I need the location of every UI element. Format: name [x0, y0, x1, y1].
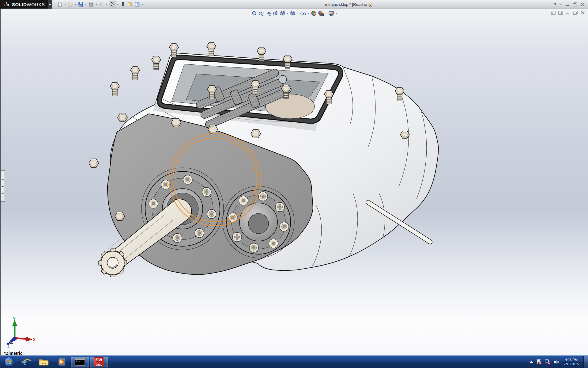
- collapse-arrow-icon: ◀: [2, 185, 3, 187]
- options-icon[interactable]: [134, 1, 141, 8]
- triad-x-label: X: [33, 338, 36, 342]
- action-center-flag-icon[interactable]: [536, 359, 542, 365]
- view-orientation-icon[interactable]: [279, 10, 286, 17]
- previous-view-icon[interactable]: [265, 10, 272, 17]
- help-icon[interactable]: ?: [554, 2, 556, 7]
- solidworks-window: SOLIDWORKS ▶ ▾ ▾ ▾ ▾ ▾ ▾: [0, 0, 588, 368]
- hide-show-items-icon[interactable]: [300, 10, 307, 17]
- open-dropdown[interactable]: ▾: [74, 3, 77, 6]
- volume-icon[interactable]: [553, 359, 559, 365]
- collapse-arrow-icon: ◀: [2, 192, 3, 194]
- taskbar-media-player[interactable]: [53, 356, 70, 368]
- pane-right-icon[interactable]: [558, 11, 563, 15]
- view-settings-icon[interactable]: [328, 10, 334, 17]
- edit-appearance-icon[interactable]: [310, 10, 317, 17]
- rebuild-icon[interactable]: [120, 1, 126, 8]
- zoom-to-area-icon[interactable]: [258, 10, 265, 17]
- document-title: menjac sklop * [Read-only]: [144, 2, 554, 7]
- doc-minimize-button[interactable]: [566, 11, 570, 15]
- command-prompt-icon: C:\_: [75, 358, 85, 366]
- taskbar-clock[interactable]: 4:16 PM 7/13/2015: [562, 358, 581, 366]
- system-tray: 4:16 PM 7/13/2015: [529, 356, 588, 368]
- new-document-icon[interactable]: [57, 1, 63, 8]
- menu-expand-arrow[interactable]: ▶: [48, 0, 52, 9]
- brand-text: SOLIDWORKS: [12, 2, 45, 7]
- select-dropdown[interactable]: ▾: [116, 3, 119, 6]
- new-dropdown[interactable]: ▾: [64, 3, 67, 6]
- help-dropdown[interactable]: ▾: [559, 3, 562, 6]
- hidden-icons-arrow[interactable]: [529, 360, 533, 363]
- taskbar: e C:\_: [0, 355, 588, 368]
- options-dropdown[interactable]: ▾: [141, 3, 144, 6]
- bearing-cover[interactable]: [226, 190, 291, 254]
- minimize-button[interactable]: [565, 2, 570, 6]
- print-icon[interactable]: [88, 1, 95, 8]
- show-desktop-button[interactable]: [583, 356, 588, 368]
- clock-date: 7/13/2015: [564, 362, 579, 366]
- solidworks-logo[interactable]: SOLIDWORKS: [0, 0, 48, 9]
- window-controls: ? ▾: [554, 2, 588, 7]
- close-button[interactable]: [581, 2, 585, 6]
- section-view-icon[interactable]: [272, 10, 279, 17]
- file-properties-icon[interactable]: [127, 1, 134, 8]
- model-canvas[interactable]: [1, 9, 588, 356]
- select-tool-icon[interactable]: [109, 1, 116, 8]
- view-settings-dropdown[interactable]: ▾: [335, 12, 338, 15]
- display-style-dropdown[interactable]: ▾: [296, 12, 300, 15]
- undo-dropdown[interactable]: ▾: [105, 3, 108, 6]
- clock-time: 4:16 PM: [564, 358, 579, 362]
- undo-icon[interactable]: [98, 1, 105, 8]
- triad-y-label: Y: [13, 317, 16, 321]
- save-icon[interactable]: [77, 1, 84, 8]
- doc-restore-button[interactable]: [573, 11, 578, 15]
- zoom-to-fit-icon[interactable]: [251, 10, 258, 17]
- open-document-icon[interactable]: [67, 1, 74, 8]
- view-orientation-dropdown[interactable]: ▾: [286, 12, 289, 15]
- taskbar-solidworks-2015[interactable]: SW 2015: [90, 357, 108, 367]
- orientation-triad: Y X Z: [2, 317, 36, 348]
- collapse-arrow-icon: ◀: [2, 178, 3, 181]
- document-window-controls: [551, 11, 585, 15]
- taskbar-file-explorer[interactable]: [35, 356, 53, 368]
- triad-z-label: Z: [7, 344, 9, 348]
- solidworks-2015-icon: SW 2015: [94, 357, 104, 366]
- print-dropdown[interactable]: ▾: [95, 3, 98, 6]
- taskbar-command-prompt[interactable]: C:\_: [71, 357, 89, 367]
- save-dropdown[interactable]: ▾: [85, 3, 88, 6]
- taskbar-internet-explorer[interactable]: e: [17, 356, 35, 368]
- svg-text:e: e: [23, 358, 27, 366]
- pane-left-icon[interactable]: [551, 11, 556, 15]
- network-status-icon[interactable]: [545, 359, 551, 365]
- restore-button[interactable]: [573, 2, 578, 6]
- doc-close-button[interactable]: [581, 11, 585, 15]
- solidworks-logo-icon: [3, 2, 10, 7]
- feature-pane-collapse-tab[interactable]: ◀ ◀ ◀: [1, 171, 5, 202]
- apply-scene-dropdown[interactable]: ▾: [324, 12, 327, 15]
- headsup-toolbar: ▾ ▾ ▾ ▾ ▾: [251, 10, 338, 17]
- splined-shaft-end[interactable]: [99, 249, 127, 277]
- start-button[interactable]: [1, 356, 17, 368]
- titlebar: SOLIDWORKS ▶ ▾ ▾ ▾ ▾ ▾ ▾: [0, 0, 588, 9]
- display-style-icon[interactable]: [289, 10, 296, 17]
- apply-scene-icon[interactable]: [317, 10, 324, 17]
- standard-toolbar: ▾ ▾ ▾ ▾ ▾ ▾ ▾: [57, 1, 144, 8]
- hide-show-dropdown[interactable]: ▾: [307, 12, 310, 15]
- graphics-area[interactable]: ▾ ▾ ▾ ▾ ▾ ◀: [0, 9, 588, 356]
- view-orientation-label: *Dimetric: [4, 351, 22, 356]
